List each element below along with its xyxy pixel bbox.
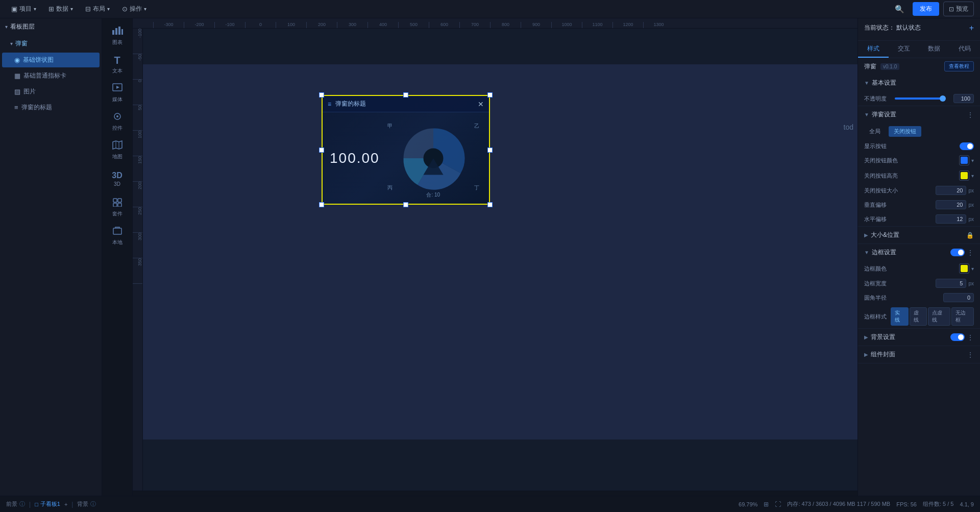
- icon-panel-local[interactable]: 本地: [104, 223, 131, 249]
- icon-panel-component[interactable]: 套件: [104, 194, 131, 221]
- tab-code[interactable]: 代码: [949, 41, 980, 58]
- icon-panel-map[interactable]: 地图: [104, 137, 131, 163]
- popup-subsection-header[interactable]: ▾ 弹窗: [0, 35, 102, 52]
- border-style-dotted[interactable]: 点虚线: [928, 307, 950, 326]
- icon-panel-control[interactable]: 控件: [104, 108, 131, 135]
- cursor-pos: [858, 490, 980, 496]
- tab-interaction[interactable]: 交互: [889, 41, 919, 58]
- icon-panel-3d[interactable]: 3D 3D: [104, 165, 131, 192]
- tab-data[interactable]: 数据: [919, 41, 950, 58]
- border-settings-arrow: ▼: [864, 250, 869, 255]
- close-btn-color-swatch[interactable]: [959, 155, 969, 165]
- border-style-solid[interactable]: 实线: [891, 307, 909, 326]
- handle-bottom-center[interactable]: [403, 202, 408, 207]
- handle-top-right[interactable]: [487, 92, 493, 97]
- basic-settings-arrow: ▼: [864, 80, 869, 86]
- opacity-slider[interactable]: [895, 97, 945, 100]
- topbar-actions[interactable]: ⊙ 操作 ▾: [117, 3, 152, 15]
- svg-rect-0: [112, 30, 114, 35]
- pie-label-bottom: 合: 10: [426, 191, 440, 199]
- close-btn-color-row: 关闭按钮颜色 ▾: [858, 153, 980, 168]
- canvas-top-dark: [143, 29, 857, 64]
- topbar-data[interactable]: ⊞ 数据 ▾: [43, 3, 78, 15]
- size-pos-lock-icon[interactable]: 🔒: [966, 232, 974, 239]
- publish-button[interactable]: 发布: [913, 2, 939, 16]
- background-settings-header[interactable]: ▶ 背景设置 ⋮: [858, 329, 980, 346]
- opacity-input[interactable]: [953, 94, 974, 103]
- kanban-layers-header[interactable]: ▾ 看板图层: [0, 18, 102, 35]
- background-toggle[interactable]: [950, 333, 965, 341]
- horizontal-offset-input[interactable]: [936, 214, 966, 224]
- search-icon[interactable]: 🔍: [891, 3, 909, 16]
- sidebar-item-popup-label[interactable]: ≡ 弹窗的标题: [2, 100, 100, 115]
- background-more-icon[interactable]: ⋮: [967, 333, 974, 342]
- svg-rect-1: [115, 28, 117, 35]
- sidebar-item-tabs[interactable]: ▦ 基础普通指标卡: [2, 68, 100, 83]
- sidebar-item-pie[interactable]: ◉ 基础饼状图: [2, 53, 100, 67]
- border-radius-input[interactable]: [943, 293, 974, 302]
- popup-settings-header[interactable]: ▼ 弹窗设置 ⋮: [858, 106, 980, 123]
- pie-label-tr: 乙: [474, 123, 479, 130]
- canvas-scrollbar-horizontal[interactable]: [133, 491, 857, 496]
- border-more-icon[interactable]: ⋮: [967, 249, 974, 257]
- project-icon: ▣: [11, 5, 17, 13]
- close-btn-highlight-dropdown-arrow[interactable]: ▾: [971, 173, 974, 179]
- sidebar-item-image[interactable]: ▨ 图片: [2, 84, 100, 99]
- size-pos-header[interactable]: ▶ 大小&位置 🔒: [858, 227, 980, 243]
- close-btn-color-dropdown-arrow[interactable]: ▾: [971, 158, 974, 163]
- child-canvas-tab[interactable]: □ 子看板1: [35, 500, 60, 508]
- svg-marker-8: [113, 141, 122, 149]
- border-style-none[interactable]: 无边框: [951, 307, 974, 326]
- canvas-content[interactable]: tod ≡ 弹窗的标题 ✕: [143, 29, 857, 491]
- actions-icon: ⊙: [122, 5, 128, 13]
- 3d-icon: 3D: [112, 171, 122, 180]
- basic-settings-header[interactable]: ▼ 基本设置: [858, 75, 980, 91]
- close-btn-size-input[interactable]: [936, 186, 966, 195]
- border-settings-header[interactable]: ▼ 边框设置 ⋮: [858, 244, 980, 261]
- component-cover-header[interactable]: ▶ 组件封面 ⋮: [858, 346, 980, 363]
- handle-top-center[interactable]: [403, 92, 408, 97]
- icon-panel-chart[interactable]: 图表: [104, 22, 131, 49]
- topbar-project[interactable]: ▣ 项目 ▾: [6, 3, 41, 15]
- popup-settings-more-icon[interactable]: ⋮: [967, 111, 974, 119]
- sub-tab-close-btn[interactable]: 关闭按钮: [889, 126, 921, 137]
- background-tab[interactable]: 背景 ⓘ: [77, 500, 96, 508]
- component-cover-arrow: ▶: [864, 352, 868, 357]
- popup-body: 100.00 甲 乙 丙 丁: [323, 112, 489, 204]
- popup-widget[interactable]: ≡ 弹窗的标题 ✕ 100.00 甲 乙 丙 丁: [322, 95, 490, 205]
- popup-close-button[interactable]: ✕: [478, 101, 484, 108]
- icon-panel-media[interactable]: 媒体: [104, 80, 131, 106]
- component-info: 弹窗 v0.1.0 查看教程: [858, 58, 980, 75]
- handle-bottom-right[interactable]: [487, 202, 493, 207]
- border-width-input[interactable]: [936, 279, 966, 288]
- handle-middle-right[interactable]: [487, 148, 493, 153]
- border-style-dashed[interactable]: 虚线: [910, 307, 927, 326]
- svg-rect-12: [118, 199, 121, 202]
- border-color-swatch[interactable]: [959, 263, 969, 274]
- tab-style[interactable]: 样式: [858, 41, 889, 58]
- sub-tab-global[interactable]: 全局: [864, 126, 886, 137]
- border-toggle[interactable]: [950, 249, 965, 256]
- see-tutorial-button[interactable]: 查看教程: [944, 61, 974, 71]
- fps-counter: FPS: 56: [896, 501, 917, 507]
- border-color-dropdown-arrow[interactable]: ▾: [971, 266, 974, 272]
- close-btn-highlight-swatch[interactable]: [959, 170, 969, 181]
- preview-button[interactable]: ⊡ 预览: [943, 2, 974, 16]
- handle-bottom-left[interactable]: [319, 202, 324, 207]
- add-canvas-button[interactable]: +: [64, 501, 67, 507]
- rp-add-state-button[interactable]: +: [969, 24, 974, 32]
- canvas-area: -300 -200 -100 0 100 200 300 400 500 600…: [133, 18, 857, 496]
- show-button-toggle[interactable]: [960, 142, 974, 150]
- component-cover-more-icon[interactable]: ⋮: [967, 351, 974, 359]
- icon-panel-text[interactable]: T 文本: [104, 51, 131, 78]
- vertical-offset-input[interactable]: [936, 200, 966, 209]
- top-bar: ▣ 项目 ▾ ⊞ 数据 ▾ ⊟ 布局 ▾ ⊙ 操作 ▾ 🔍 发布 ⊡ 预览: [0, 0, 980, 18]
- topbar-layout[interactable]: ⊟ 布局 ▾: [80, 3, 115, 15]
- fullscreen-icon[interactable]: ⛶: [775, 501, 781, 508]
- handle-top-left[interactable]: [319, 92, 324, 97]
- fit-icon[interactable]: ⊞: [764, 501, 769, 508]
- prev-scene-button[interactable]: 前景 ⓘ: [6, 500, 25, 508]
- control-icon: [112, 112, 122, 124]
- left-sidebar: ▾ 看板图层 ▾ 弹窗 ◉ 基础饼状图 ▦ 基础普通指标卡 ▨ 图片 ≡ 弹窗的…: [0, 18, 102, 496]
- handle-middle-left[interactable]: [319, 148, 324, 153]
